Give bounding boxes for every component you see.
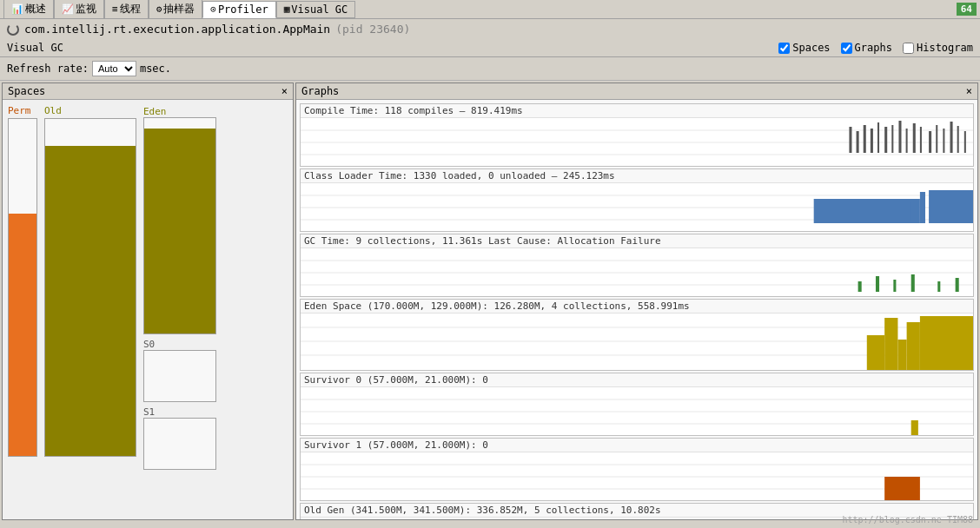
spaces-checkbox-label[interactable]: Spaces [778, 42, 830, 54]
graphs-checkbox-label[interactable]: Graphs [841, 42, 892, 54]
tab-threads-label: 线程 [120, 2, 141, 16]
overview-icon: 📊 [11, 3, 23, 15]
refresh-rate-label: Refresh rate: [7, 63, 89, 75]
tab-threads[interactable]: ≡ 线程 [104, 0, 149, 19]
spaces-panel-header: Spaces × [3, 83, 293, 100]
gc-time-area [301, 248, 973, 296]
eden-space-graph: Eden Space (170.000M, 129.000M): 126.280… [300, 299, 974, 371]
spaces-inner: Perm Old Eden [3, 100, 293, 519]
graphs-content: Compile Time: 118 compiles – 819.419ms [296, 100, 977, 519]
svg-rect-4 [849, 127, 851, 153]
eden-space-area [301, 314, 973, 370]
graphs-panel: Graphs × Compile Time: 118 compiles – 81… [295, 82, 978, 520]
svg-rect-25 [814, 199, 920, 223]
gc-time-graph: GC Time: 9 collections, 11.361s Last Cau… [300, 234, 974, 297]
class-loader-area [301, 183, 973, 231]
graphs-checkbox[interactable] [841, 43, 852, 54]
s0-sub-col: S0 [143, 338, 216, 402]
monitor-icon: 📈 [62, 3, 74, 15]
survivor0-title: Survivor 0 (57.000M, 21.000M): 0 [301, 373, 973, 387]
eden-survivors-column: Eden S0 S1 [143, 105, 216, 514]
s1-sub-col: S1 [143, 406, 216, 470]
tab-profiler[interactable]: ⊙ Profiler [202, 1, 275, 18]
tab-sampler-label: 抽样器 [163, 2, 195, 16]
svg-rect-35 [893, 280, 896, 292]
corner-badge: 64 [957, 3, 977, 16]
svg-rect-57 [884, 477, 920, 500]
perm-mem-box [8, 118, 37, 457]
tab-monitor-label: 监视 [76, 2, 96, 16]
old-label: Old [44, 105, 62, 116]
svg-rect-9 [884, 127, 887, 153]
spaces-close-button[interactable]: × [281, 85, 288, 97]
old-mem-box [44, 118, 136, 457]
svg-rect-13 [913, 123, 916, 153]
svg-rect-20 [964, 131, 966, 153]
spaces-label: Spaces [792, 42, 830, 54]
histogram-checkbox-label[interactable]: Histogram [903, 42, 973, 54]
perm-label: Perm [8, 105, 31, 116]
survivor0-graph: Survivor 0 (57.000M, 21.000M): 0 [300, 373, 974, 436]
eden-space-title: Eden Space (170.000M, 129.000M): 126.280… [301, 300, 973, 314]
histogram-checkbox[interactable] [903, 43, 914, 54]
refresh-rate-select[interactable]: Auto 100 200 500 1000 [92, 61, 136, 76]
class-loader-title: Class Loader Time: 1330 loaded, 0 unload… [301, 169, 973, 183]
class-loader-svg [301, 183, 973, 231]
compile-time-title: Compile Time: 118 compiles – 819.419ms [301, 104, 973, 118]
svg-rect-28 [911, 202, 918, 221]
tab-profiler-label: Profiler [218, 3, 268, 16]
spaces-panel-title: Spaces [8, 85, 45, 97]
gc-time-svg [301, 248, 973, 296]
profiler-icon: ⊙ [210, 3, 216, 15]
svg-rect-36 [911, 274, 915, 292]
eden-sub-col: Eden [143, 105, 216, 334]
svg-rect-52 [911, 420, 918, 435]
svg-rect-43 [867, 335, 884, 370]
svg-rect-5 [857, 131, 859, 153]
app-name: com.intellij.rt.execution.application.Ap… [24, 23, 330, 36]
sampler-icon: ⚙ [156, 3, 162, 15]
svg-rect-37 [937, 281, 940, 292]
tab-sampler[interactable]: ⚙ 抽样器 [149, 0, 203, 19]
svg-rect-45 [897, 340, 906, 370]
spaces-panel: Spaces × Perm Old Eden [2, 82, 294, 520]
class-loader-graph: Class Loader Time: 1330 loaded, 0 unload… [300, 168, 974, 232]
threads-icon: ≡ [112, 3, 118, 15]
compile-time-svg [301, 118, 973, 166]
tab-monitor[interactable]: 📈 监视 [54, 0, 104, 19]
toolbar: 📊 概述 📈 监视 ≡ 线程 ⚙ 抽样器 ⊙ Profiler ▦ Visual… [0, 0, 980, 19]
perm-fill [9, 214, 36, 456]
svg-rect-12 [906, 129, 908, 153]
eden-label: Eden [143, 106, 167, 117]
graphs-panel-title: Graphs [301, 85, 339, 97]
survivor1-title: Survivor 1 (57.000M, 21.000M): 0 [301, 439, 973, 452]
histogram-label: Histogram [917, 42, 973, 54]
survivor1-graph: Survivor 1 (57.000M, 21.000M): 0 [300, 438, 974, 501]
eden-space-svg [301, 314, 973, 370]
survivor0-svg [301, 387, 973, 435]
svg-rect-6 [864, 125, 866, 153]
tab-visualgc[interactable]: ▦ Visual GC [276, 1, 356, 18]
svg-rect-44 [884, 318, 897, 370]
spaces-checkbox[interactable] [778, 43, 790, 54]
eden-mem-box [143, 117, 216, 334]
old-fill [45, 146, 136, 456]
svg-rect-17 [943, 129, 944, 153]
svg-rect-8 [877, 122, 879, 153]
svg-rect-7 [871, 129, 873, 153]
graphs-label: Graphs [855, 42, 892, 54]
checkboxes: Spaces Graphs Histogram [778, 42, 973, 54]
svg-rect-38 [956, 278, 959, 292]
visual-gc-label: Visual GC [7, 42, 63, 54]
s1-mem-box [143, 418, 216, 470]
svg-rect-47 [920, 316, 973, 370]
watermark: http://blog.csdn.ne TIM88 [842, 515, 973, 522]
s0-mem-box [143, 350, 216, 402]
tab-visualgc-label: Visual GC [291, 3, 348, 16]
tab-overview[interactable]: 📊 概述 [3, 0, 54, 19]
svg-rect-15 [929, 131, 931, 153]
survivor1-area [301, 452, 973, 500]
graphs-close-button[interactable]: × [966, 85, 972, 97]
refresh-unit-label: msec. [140, 63, 171, 75]
survivor0-area [301, 387, 973, 435]
